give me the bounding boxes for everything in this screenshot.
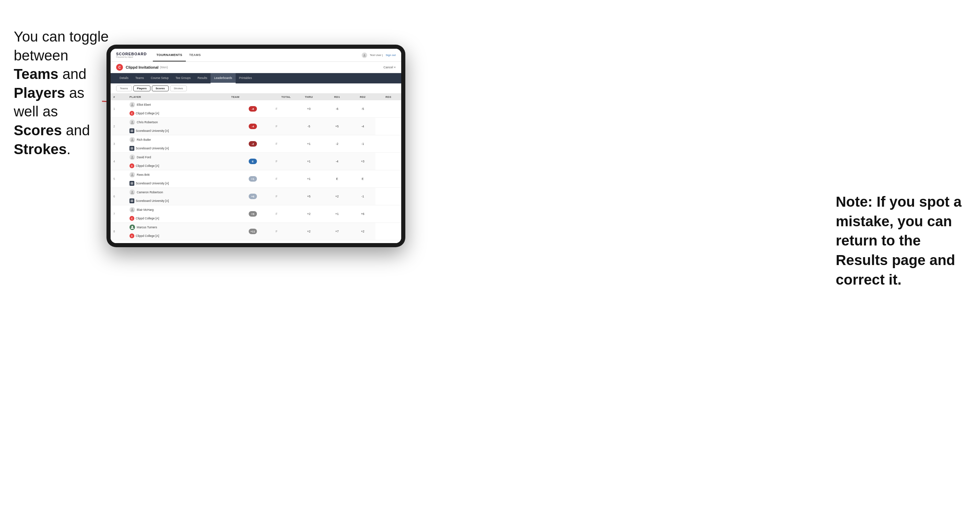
logo-area: SCOREBOARD Powered by clippd: [116, 52, 147, 58]
cell-rank: 6: [111, 188, 127, 205]
cell-thru: F: [260, 135, 294, 153]
toggle-strokes[interactable]: Strokes: [170, 86, 187, 91]
svg-rect-12: [130, 182, 133, 185]
cell-total: -8: [228, 100, 260, 118]
logo-sub: Powered by clippd: [116, 56, 147, 58]
table-header-row: # PLAYER TEAM TOTAL THRU RD1 RD2 RD3: [111, 94, 401, 100]
top-nav: SCOREBOARD Powered by clippd TOURNAMENTS…: [111, 49, 401, 62]
col-player: PLAYER: [127, 94, 228, 100]
cell-rank: 5: [111, 170, 127, 188]
cell-rank: 1: [111, 100, 127, 118]
player-avatar: [129, 172, 135, 178]
cell-player: Rees Britt: [127, 170, 228, 179]
leaderboard-table: # PLAYER TEAM TOTAL THRU RD1 RD2 RD3 1El…: [111, 94, 401, 243]
player-avatar: [129, 189, 135, 195]
cell-rd2: E: [324, 170, 350, 188]
cell-rd3: -1: [350, 188, 376, 205]
team-logo: C: [129, 216, 134, 221]
svg-point-10: [132, 156, 133, 157]
team-logo: [129, 181, 134, 186]
cell-player: Chris Robertson: [127, 118, 228, 127]
svg-rect-3: [130, 129, 133, 132]
tab-results[interactable]: Results: [194, 73, 210, 83]
cell-total: -4: [228, 118, 260, 135]
cell-rd2: +1: [324, 205, 350, 223]
tab-printables[interactable]: Printables: [235, 73, 256, 83]
nav-teams[interactable]: TEAMS: [186, 49, 204, 62]
team-logo: C: [129, 163, 134, 168]
cell-rd2: -2: [324, 135, 350, 153]
player-avatar: [129, 154, 135, 160]
team-name: Scoreboard University [A]: [136, 129, 169, 133]
toggle-teams[interactable]: Teams: [116, 86, 132, 91]
cell-rd3: +6: [350, 205, 376, 223]
player-avatar: [129, 207, 135, 213]
cell-player: Elliot Ebert: [127, 100, 228, 109]
tab-leaderboards[interactable]: Leaderboards: [210, 73, 235, 83]
score-badge: +1: [249, 176, 257, 182]
team-name: Scoreboard University [A]: [136, 199, 169, 203]
cell-rd3: -5: [350, 100, 376, 118]
tablet-screen: SCOREBOARD Powered by clippd TOURNAMENTS…: [111, 49, 401, 243]
tab-teams[interactable]: Teams: [132, 73, 147, 83]
cell-thru: F: [260, 100, 294, 118]
cell-team: CClippd College [A]: [127, 162, 228, 170]
nav-user: Test User | Sign out: [362, 52, 396, 58]
score-badge: +6: [249, 194, 257, 199]
cell-rd1: +1: [293, 153, 324, 170]
svg-rect-16: [130, 200, 133, 202]
cell-team: Scoreboard University [A]: [127, 144, 228, 152]
player-name: Marcus Turners: [137, 225, 157, 229]
cell-rd1: +5: [293, 188, 324, 205]
cell-rd1: +2: [293, 223, 324, 240]
svg-point-6: [132, 138, 133, 140]
cell-rd3: -4: [350, 118, 376, 135]
col-rank: #: [111, 94, 127, 100]
player-name: Rees Britt: [137, 173, 150, 176]
nav-links: TOURNAMENTS TEAMS: [153, 49, 204, 62]
col-total: TOTAL: [260, 94, 294, 100]
cell-team: CClippd College [A]: [127, 109, 228, 117]
tournament-logo: C: [116, 64, 123, 71]
tab-details[interactable]: Details: [116, 73, 132, 83]
tab-course-setup[interactable]: Course Setup: [147, 73, 172, 83]
score-badge: -2: [249, 141, 257, 147]
cell-rank: 7: [111, 205, 127, 223]
team-name: Clippd College [A]: [136, 111, 159, 115]
cell-player: David Ford: [127, 153, 228, 162]
toggle-scores[interactable]: Scores: [152, 86, 169, 91]
team-logo: [129, 198, 134, 203]
cell-total: -2: [228, 135, 260, 153]
cell-rd3: +2: [350, 223, 376, 240]
team-logo: C: [129, 233, 134, 238]
col-team: TEAM: [228, 94, 260, 100]
sign-out-link[interactable]: Sign out: [386, 54, 396, 57]
cell-thru: F: [260, 153, 294, 170]
cell-thru: F: [260, 205, 294, 223]
player-name: Rich Butler: [137, 138, 151, 141]
cell-rd2: -6: [324, 100, 350, 118]
cell-total: +11: [228, 223, 260, 240]
cell-team: Scoreboard University [A]: [127, 179, 228, 187]
table-row: 6Cameron RobertsonScoreboard University …: [111, 188, 401, 205]
table-row: 8Marcus TurnersCClippd College [A]+11F+2…: [111, 223, 401, 240]
svg-point-20: [132, 226, 133, 228]
svg-point-11: [132, 173, 133, 175]
cancel-button[interactable]: Cancel ×: [383, 65, 396, 69]
team-name: Scoreboard University [A]: [136, 182, 169, 185]
col-rd3: RD3: [375, 94, 401, 100]
nav-tournaments[interactable]: TOURNAMENTS: [153, 49, 186, 62]
svg-point-0: [364, 54, 365, 55]
cell-player: Rich Butler: [127, 135, 228, 144]
user-name: Test User |: [370, 54, 383, 57]
cell-team: CClippd College [A]: [127, 232, 228, 240]
player-name: Blair McHarg: [137, 208, 154, 211]
player-name: Chris Robertson: [137, 121, 158, 124]
cell-rd2: -4: [324, 153, 350, 170]
tab-tee-groups[interactable]: Tee Groups: [172, 73, 194, 83]
toggle-players[interactable]: Players: [133, 86, 150, 91]
cell-rd3: -1: [350, 135, 376, 153]
score-badge: -8: [249, 106, 257, 111]
score-badge: +11: [249, 229, 257, 234]
cell-player: Blair McHarg: [127, 205, 228, 214]
